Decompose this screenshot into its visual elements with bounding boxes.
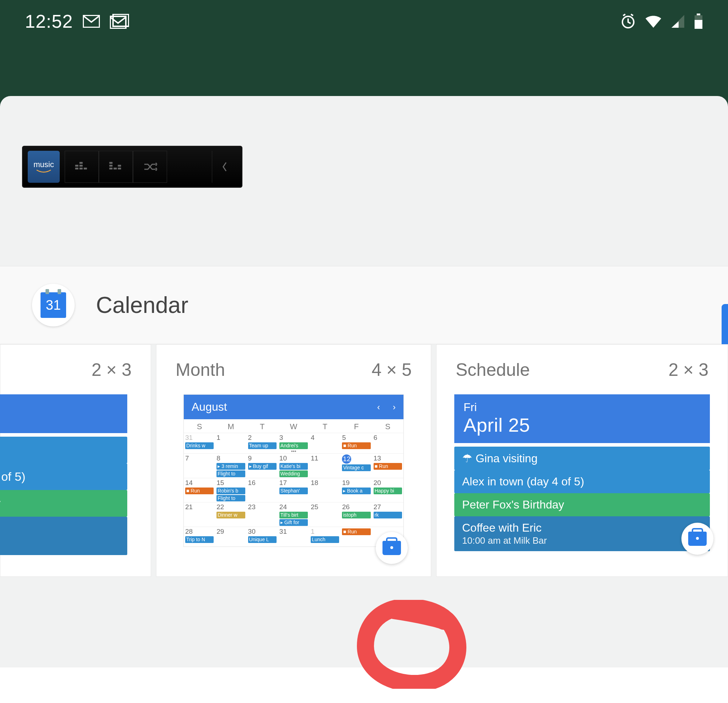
event-chip: Team up bbox=[248, 443, 277, 449]
month-cell: 11 bbox=[309, 453, 341, 478]
dow-label: T bbox=[247, 419, 278, 433]
event-chip: Vintage c bbox=[342, 464, 370, 471]
month-cell: 24Till's birt▸ Gift for bbox=[278, 502, 309, 527]
event-chip: ■ Run bbox=[185, 487, 214, 494]
month-cell: 9▸ Buy gif bbox=[247, 453, 278, 478]
event-chip: Happy bi bbox=[374, 487, 402, 494]
event-chip: ■ Run bbox=[374, 463, 402, 470]
month-cell: 16 bbox=[247, 478, 278, 502]
widget-app-header-calendar[interactable]: 31 Calendar bbox=[0, 266, 728, 344]
month-cell: 17Stephan' bbox=[278, 478, 309, 502]
event-chip: Andrei's bbox=[279, 443, 308, 449]
briefcase-icon bbox=[688, 532, 707, 546]
month-cell: 1Lunch bbox=[309, 527, 341, 547]
svg-rect-17 bbox=[118, 168, 121, 169]
event-chip: Alex in town (day 4 of 5) bbox=[454, 470, 710, 493]
schedule-date-header: Fri April 25 bbox=[454, 394, 710, 443]
dow-label: S bbox=[372, 419, 403, 433]
chevron-right-icon[interactable]: › bbox=[393, 402, 396, 412]
work-profile-badge bbox=[376, 532, 408, 564]
month-title: August bbox=[192, 401, 227, 414]
widget-name-label: Schedule bbox=[456, 360, 530, 380]
event-chip: Flight to bbox=[217, 495, 245, 502]
chevron-left-icon[interactable] bbox=[212, 151, 237, 183]
event-chip: Flight to bbox=[217, 470, 245, 477]
widget-card-month[interactable]: Month 4 × 5 August ‹ › SMTWTFS31Drinks w… bbox=[156, 344, 431, 577]
month-cell: 3Andrei's••• bbox=[278, 433, 309, 453]
event-chip: Trip to N bbox=[185, 536, 214, 543]
month-cell: 18 bbox=[309, 478, 341, 502]
event-chip: Robin's b bbox=[217, 487, 245, 494]
clock-time: 12:52 bbox=[25, 11, 73, 32]
schedule-preview: Fri April 25 ☂ Gina visitingAlex in town… bbox=[454, 394, 710, 551]
event-chip: ▸ 3 remin bbox=[217, 463, 245, 470]
month-cell: 2Team up bbox=[247, 433, 278, 453]
svg-rect-14 bbox=[110, 165, 112, 166]
alarm-icon bbox=[620, 13, 636, 29]
shuffle-icon bbox=[133, 151, 167, 183]
month-cell: 6 bbox=[372, 433, 403, 453]
event-chip: istoph bbox=[342, 512, 370, 518]
calendar-widgets-row[interactable]: 2 × 3 5 g(day 4 of 5)irthdayricMilk Bar … bbox=[0, 344, 728, 577]
svg-rect-7 bbox=[75, 168, 78, 169]
widget-picker-sheet[interactable]: music 31 Calendar bbox=[0, 96, 728, 703]
svg-rect-10 bbox=[79, 165, 82, 166]
month-cell: 8▸ 3 reminFlight to bbox=[215, 453, 246, 478]
month-cell: 12Vintage c bbox=[341, 453, 372, 478]
equalizer-icon bbox=[65, 151, 99, 183]
month-cell: 7 bbox=[184, 453, 215, 478]
event-chip: Dinner w bbox=[217, 512, 245, 518]
equalizer-icon bbox=[99, 151, 133, 183]
event-chip: ☂ Gina visiting bbox=[454, 447, 710, 470]
widget-size-label: 2 × 3 bbox=[668, 360, 708, 380]
event-chip: Wedding bbox=[279, 470, 308, 477]
month-cell: 21 bbox=[184, 502, 215, 527]
month-cell: 1 bbox=[215, 433, 246, 453]
dow-label: M bbox=[215, 419, 246, 433]
widget-card-schedule[interactable]: Schedule 2 × 3 Fri April 25 ☂ Gina visit… bbox=[436, 344, 728, 577]
month-cell: 19▸ Book a bbox=[341, 478, 372, 502]
event-chip: Coffee with Eric10:00 am at Milk Bar bbox=[454, 516, 710, 551]
month-cell: 27rk bbox=[372, 502, 403, 527]
svg-rect-9 bbox=[79, 168, 82, 169]
widget-size-label: 4 × 5 bbox=[371, 360, 412, 380]
battery-icon bbox=[694, 13, 703, 29]
svg-rect-4 bbox=[697, 13, 700, 15]
amazon-music-widget-preview[interactable]: music bbox=[22, 146, 243, 188]
svg-rect-6 bbox=[695, 20, 702, 29]
widget-card-schedule-small[interactable]: 2 × 3 5 g(day 4 of 5)irthdayricMilk Bar bbox=[0, 344, 151, 577]
event-chip: ricMilk Bar bbox=[0, 517, 127, 555]
event-chip: Drinks w bbox=[185, 443, 214, 449]
svg-rect-12 bbox=[84, 168, 87, 169]
amazon-music-logo: music bbox=[28, 151, 60, 183]
event-chip: ■ Run bbox=[342, 443, 370, 449]
event-chip: ▸ Gift for bbox=[279, 519, 308, 526]
calendar-icon-day: 31 bbox=[46, 298, 61, 313]
event-chip: Katie's bi bbox=[279, 463, 308, 470]
dow-label: T bbox=[309, 419, 341, 433]
svg-rect-18 bbox=[118, 165, 121, 166]
amazon-music-label: music bbox=[33, 160, 54, 169]
event-chip: (day 4 of 5) bbox=[0, 463, 127, 490]
month-cell: 25 bbox=[309, 502, 341, 527]
month-cell: 23 bbox=[247, 502, 278, 527]
gmail-stack-icon bbox=[110, 14, 129, 29]
event-chip: ▸ Book a bbox=[342, 487, 370, 494]
event-chip: Lunch bbox=[311, 536, 339, 543]
event-chip: Stephan' bbox=[279, 487, 308, 494]
month-cell: 14■ Run bbox=[184, 478, 215, 502]
svg-rect-16 bbox=[114, 168, 117, 169]
widget-name-label: Month bbox=[176, 360, 225, 380]
month-cell: 5■ Run bbox=[341, 433, 372, 453]
event-chip: irthday bbox=[0, 490, 127, 517]
month-cell: 13■ Run bbox=[372, 453, 403, 478]
month-cell: ■ Run bbox=[341, 527, 372, 547]
month-cell: 28Trip to N bbox=[184, 527, 215, 547]
svg-rect-13 bbox=[110, 168, 112, 169]
event-chip: Till's birt bbox=[279, 512, 308, 518]
work-profile-badge bbox=[682, 523, 714, 555]
month-cell: 22Dinner w bbox=[215, 502, 246, 527]
month-cell: 31 bbox=[278, 527, 309, 547]
month-cell: 30Unique L bbox=[247, 527, 278, 547]
chevron-left-icon[interactable]: ‹ bbox=[377, 402, 380, 412]
